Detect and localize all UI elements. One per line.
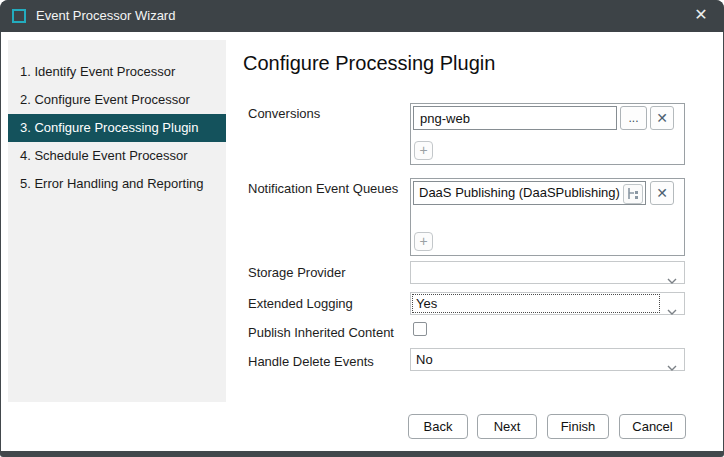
extended-logging-value: Yes (416, 296, 437, 311)
finish-button[interactable]: Finish (547, 414, 609, 439)
sidebar-item-schedule-event-processor[interactable]: 4. Schedule Event Processor (8, 142, 226, 170)
next-button[interactable]: Next (477, 414, 537, 439)
notification-queue-remove-button[interactable]: ✕ (650, 181, 674, 205)
focus-rectangle (412, 294, 660, 313)
storage-provider-select[interactable] (410, 261, 685, 284)
notification-event-queues-label: Notification Event Queues (248, 181, 398, 196)
titlebar: Event Processor Wizard ✕ (0, 0, 724, 32)
storage-provider-label: Storage Provider (248, 265, 346, 280)
chevron-down-icon (667, 357, 677, 378)
tree-picker-icon[interactable] (623, 184, 643, 204)
page-title: Configure Processing Plugin (243, 52, 495, 75)
sidebar-item-error-handling-and-reporting[interactable]: 5. Error Handling and Reporting (8, 170, 226, 198)
extended-logging-label: Extended Logging (248, 296, 353, 311)
conversions-remove-button[interactable]: ✕ (650, 106, 674, 130)
publish-inherited-content-label: Publish Inherited Content (248, 325, 394, 340)
back-button[interactable]: Back (408, 414, 468, 439)
chevron-down-icon (667, 301, 677, 322)
conversions-add-button[interactable]: + (414, 141, 433, 160)
handle-delete-events-select[interactable]: No (410, 348, 685, 371)
handle-delete-events-value: No (416, 352, 433, 367)
window-title: Event Processor Wizard (36, 0, 175, 32)
wizard-steps-sidebar: 1. Identify Event Processor 2. Configure… (8, 40, 226, 402)
handle-delete-events-label: Handle Delete Events (248, 354, 374, 369)
event-processor-wizard-window: Event Processor Wizard ✕ 1. Identify Eve… (0, 0, 724, 457)
conversions-label: Conversions (248, 106, 320, 121)
notification-queue-add-button[interactable]: + (414, 232, 433, 251)
notification-event-queues-groupbox: DaaS Publishing (DaaSPublishing) ✕ + (410, 178, 685, 256)
sidebar-item-identify-event-processor[interactable]: 1. Identify Event Processor (8, 58, 226, 86)
conversions-input[interactable] (413, 106, 617, 130)
notification-queue-field[interactable]: DaaS Publishing (DaaSPublishing) (413, 181, 646, 205)
conversions-groupbox: ... ✕ + (410, 103, 685, 165)
clear-icon: ✕ (656, 186, 668, 200)
window-body: 1. Identify Event Processor 2. Configure… (1, 32, 723, 451)
browse-ellipsis-button[interactable]: ... (620, 106, 647, 130)
sidebar-item-configure-event-processor[interactable]: 2. Configure Event Processor (8, 86, 226, 114)
clear-icon: ✕ (656, 111, 668, 125)
extended-logging-select[interactable]: Yes (410, 292, 685, 315)
notification-queue-value: DaaS Publishing (DaaSPublishing) (419, 185, 620, 200)
close-icon[interactable]: ✕ (678, 0, 724, 32)
app-icon (12, 9, 26, 23)
chevron-down-icon (667, 270, 677, 291)
sidebar-item-configure-processing-plugin[interactable]: 3. Configure Processing Plugin (8, 114, 226, 142)
cancel-button[interactable]: Cancel (619, 414, 686, 439)
publish-inherited-content-checkbox[interactable] (413, 322, 427, 336)
